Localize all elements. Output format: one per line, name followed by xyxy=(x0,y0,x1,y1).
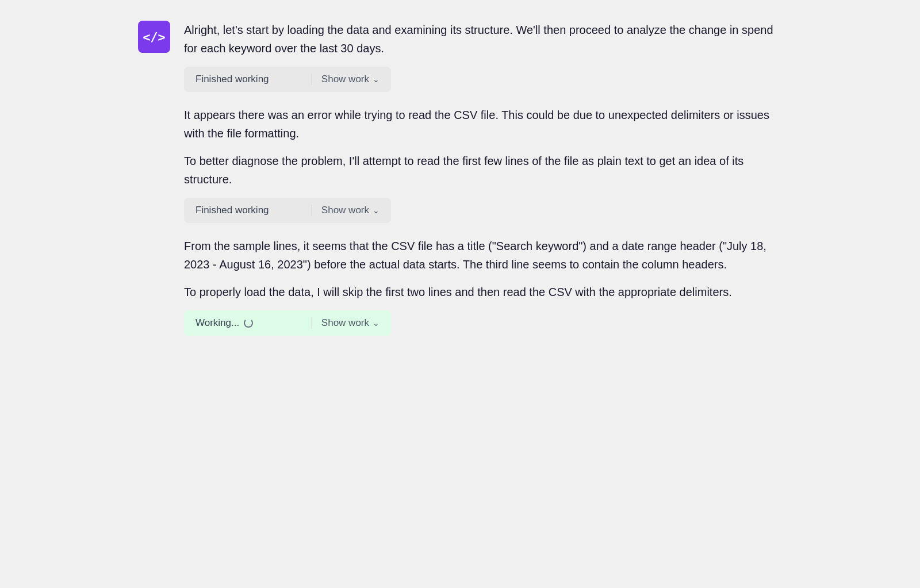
message-text-3: To better diagnose the problem, I'll att… xyxy=(184,152,782,189)
badge-divider-1 xyxy=(312,74,312,85)
badge-status-1: Finished working xyxy=(195,74,302,85)
badge-divider-3 xyxy=(312,317,312,329)
show-work-label-3: Show work xyxy=(321,317,369,329)
message-block-1: </> Alright, let's start by loading the … xyxy=(138,18,782,349)
show-work-button-1[interactable]: Show work ⌄ xyxy=(321,74,379,85)
badge-status-3: Working... xyxy=(195,317,302,329)
ai-icon: </> xyxy=(138,21,170,53)
message-text-4: From the sample lines, it seems that the… xyxy=(184,237,782,274)
message-text-1: Alright, let's start by loading the data… xyxy=(184,21,782,57)
badge-divider-2 xyxy=(312,205,312,216)
chevron-down-icon-2: ⌄ xyxy=(373,206,379,215)
work-badge-1: Finished working Show work ⌄ xyxy=(184,67,391,92)
chevron-down-icon-1: ⌄ xyxy=(373,75,379,84)
show-work-button-3[interactable]: Show work ⌄ xyxy=(321,317,379,329)
chevron-down-icon-3: ⌄ xyxy=(373,318,379,328)
message-content-1: Alright, let's start by loading the data… xyxy=(184,18,782,349)
message-text-2: It appears there was an error while tryi… xyxy=(184,106,782,143)
work-badge-2: Finished working Show work ⌄ xyxy=(184,198,391,223)
message-text-5: To properly load the data, I will skip t… xyxy=(184,283,782,301)
work-badge-3: Working... Show work ⌄ xyxy=(184,310,391,336)
show-work-button-2[interactable]: Show work ⌄ xyxy=(321,205,379,216)
ai-icon-symbol: </> xyxy=(143,30,166,44)
show-work-label-2: Show work xyxy=(321,205,369,216)
chat-container: </> Alright, let's start by loading the … xyxy=(115,0,805,588)
show-work-label-1: Show work xyxy=(321,74,369,85)
loading-spinner xyxy=(244,318,253,328)
working-label: Working... xyxy=(195,317,239,329)
badge-status-2: Finished working xyxy=(195,205,302,216)
